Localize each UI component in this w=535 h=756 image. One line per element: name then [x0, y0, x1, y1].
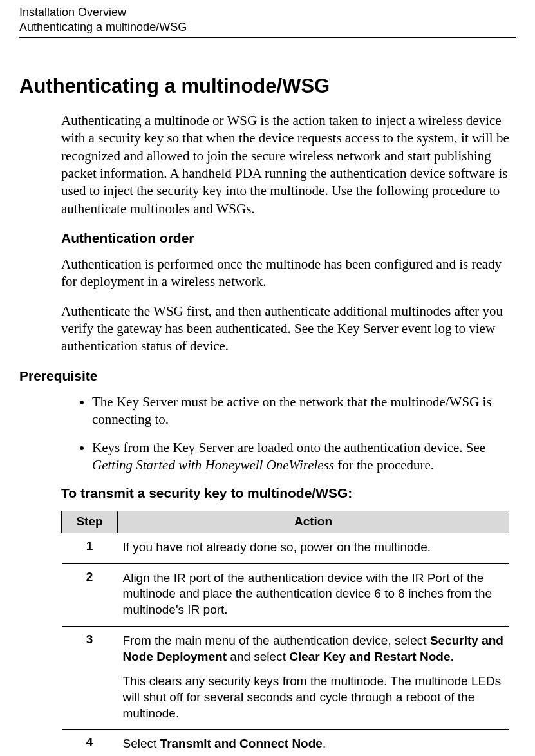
r4-p1-bold1: Transmit and Connect Node [160, 737, 323, 750]
step-action: Select Transmit and Connect Node. A Secu… [118, 730, 509, 756]
prereq-2-pre: Keys from the Key Server are loaded onto… [92, 440, 485, 455]
running-header: Installation Overview Authenticating a m… [19, 0, 516, 35]
r3-p1-bold2: Clear Key and Restart Node [289, 650, 450, 663]
auth-order-p1: Authentication is performed once the mul… [61, 256, 509, 291]
r3-p1-post: . [450, 650, 453, 663]
col-step: Step [62, 511, 118, 533]
step-number: 4 [62, 730, 118, 756]
r4-p1-post: . [323, 737, 326, 750]
action-text: Select Transmit and Connect Node. [123, 736, 504, 752]
col-action: Action [118, 511, 509, 533]
prereq-2-post: for the procedure. [334, 457, 434, 473]
prereq-heading: Prerequisite [19, 367, 509, 384]
table-header-row: Step Action [62, 511, 509, 533]
r3-p1-mid: and select [227, 650, 289, 663]
content-area: Authenticating a multinode/WSG Authentic… [19, 38, 516, 756]
step-action: From the main menu of the authentication… [118, 626, 509, 729]
auth-order-p2: Authenticate the WSG first, and then aut… [61, 303, 509, 355]
prereq-2-italic: Getting Started with Honeywell OneWirele… [92, 457, 334, 473]
page-title: Authenticating a multinode/WSG [19, 73, 509, 99]
steps-table: Step Action 1 If you have not already do… [61, 511, 509, 756]
transmit-heading: To transmit a security key to multinode/… [61, 484, 509, 502]
intro-paragraph: Authenticating a multinode or WSG is the… [61, 112, 509, 218]
list-item: Keys from the Key Server are loaded onto… [92, 439, 509, 475]
r4-p1-pre: Select [123, 737, 160, 750]
r3-p1-pre: From the main menu of the authentication… [123, 634, 430, 647]
table-row: 3 From the main menu of the authenticati… [62, 626, 509, 729]
page-container: Installation Overview Authenticating a m… [0, 0, 535, 756]
table-row: 1 If you have not already done so, power… [62, 533, 509, 564]
table-row: 2 Align the IR port of the authenticatio… [62, 563, 509, 626]
step-action: If you have not already done so, power o… [118, 533, 509, 564]
prereq-1-text: The Key Server must be active on the net… [92, 394, 492, 427]
action-text: From the main menu of the authentication… [123, 633, 504, 665]
action-text: If you have not already done so, power o… [123, 540, 504, 556]
step-number: 2 [62, 563, 118, 626]
auth-order-heading: Authentication order [61, 229, 509, 247]
list-item: The Key Server must be active on the net… [92, 393, 509, 429]
prereq-list: The Key Server must be active on the net… [61, 393, 509, 474]
action-text: Align the IR port of the authentication … [123, 571, 504, 618]
header-line-1: Installation Overview [19, 5, 516, 20]
table-row: 4 Select Transmit and Connect Node. A Se… [62, 730, 509, 756]
action-text: This clears any security keys from the m… [123, 674, 504, 721]
header-line-2: Authenticating a multinode/WSG [19, 20, 516, 35]
step-number: 1 [62, 533, 118, 564]
step-number: 3 [62, 626, 118, 729]
step-action: Align the IR port of the authentication … [118, 563, 509, 626]
